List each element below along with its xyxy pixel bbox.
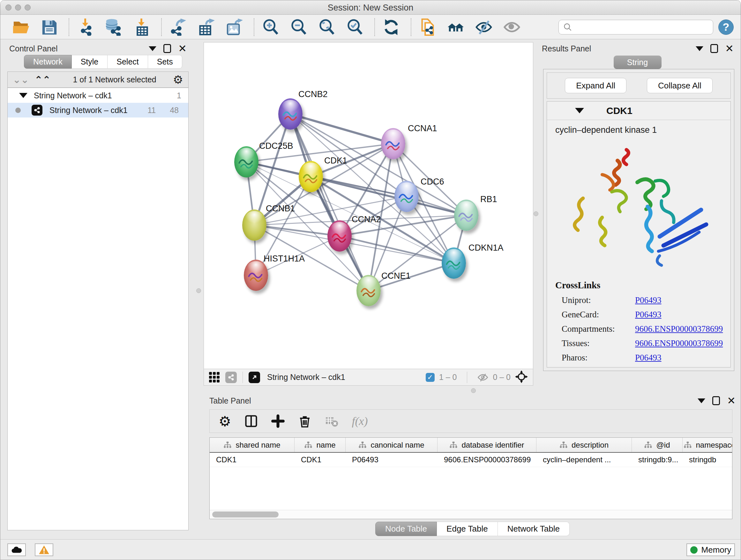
network-node-ccna2[interactable] <box>327 220 352 252</box>
tab-select[interactable]: Select <box>108 55 148 69</box>
refresh-network-button[interactable] <box>381 17 401 37</box>
hide-selected-button[interactable] <box>474 17 494 37</box>
crosslink-value[interactable]: P06493 <box>635 310 662 320</box>
network-node-ccnb1[interactable] <box>242 209 266 241</box>
crosslink-value[interactable]: 9606.ENSP00000378699 <box>635 338 723 348</box>
expand-all-tree-icon[interactable]: ⌄⌄ <box>13 75 29 84</box>
collapse-panel-icon[interactable] <box>697 398 705 403</box>
table-cell[interactable]: P06493 <box>346 453 437 467</box>
results-tab-string[interactable]: String <box>614 56 662 69</box>
crosslink-value[interactable]: P06493 <box>635 295 662 305</box>
network-node-rb1[interactable] <box>454 199 478 231</box>
crosslink-value[interactable]: P06493 <box>635 353 662 363</box>
open-session-button[interactable] <box>11 17 31 37</box>
search-input[interactable] <box>575 22 709 32</box>
tab-network-table[interactable]: Network Table <box>498 522 569 536</box>
bottom-splitter-handle[interactable] <box>471 388 476 393</box>
delete-table-icon[interactable] <box>325 415 338 428</box>
float-panel-icon[interactable] <box>163 44 171 53</box>
export-table-button[interactable] <box>196 17 216 37</box>
column-header-databaseidentifier[interactable]: database identifier <box>437 438 536 452</box>
zoom-fit-button[interactable] <box>317 17 337 37</box>
import-table-file-button[interactable] <box>132 17 151 37</box>
table-cell[interactable]: CDK1 <box>294 453 346 467</box>
close-panel-icon[interactable]: ✕ <box>178 44 187 54</box>
network-collection-row[interactable]: String Network – cdk1 1 <box>8 88 188 103</box>
left-splitter-handle[interactable] <box>196 288 201 293</box>
tab-node-table[interactable]: Node Table <box>375 522 437 536</box>
expand-all-button[interactable]: Expand All <box>565 78 626 93</box>
close-panel-icon[interactable]: ✕ <box>725 44 734 54</box>
new-network-from-selection-button[interactable] <box>418 17 437 37</box>
column-header-name[interactable]: name <box>294 438 346 452</box>
network-canvas[interactable]: CCNB2CCNA1CDC25BCDK1CDC6RB1CCNB1CCNA2CDK… <box>204 42 533 369</box>
table-row[interactable]: CDK1CDK1P064939606.ENSP00000378699cyclin… <box>210 453 732 467</box>
network-node-ccnb2[interactable] <box>278 98 302 130</box>
add-column-icon[interactable] <box>271 415 285 428</box>
column-header-description[interactable]: description <box>536 438 632 452</box>
birdseye-view-icon[interactable] <box>515 370 528 384</box>
table-cell[interactable]: cyclin–dependent ... <box>536 453 632 467</box>
horizontal-scrollbar[interactable] <box>210 510 732 519</box>
network-node-hist1h1a[interactable] <box>244 260 268 291</box>
detach-view-icon[interactable] <box>249 372 260 383</box>
zoom-in-button[interactable] <box>261 17 280 37</box>
memory-button[interactable]: Memory <box>686 543 735 556</box>
selected-nodes-checkbox[interactable]: ✓ <box>426 373 434 382</box>
network-row[interactable]: String Network – cdk1 11 48 <box>8 103 188 118</box>
column-header-namespace[interactable]: namespace <box>683 438 732 452</box>
scrollbar-thumb[interactable] <box>212 511 279 517</box>
column-header-canonicalname[interactable]: canonical name <box>346 438 437 452</box>
save-session-button[interactable] <box>39 17 59 37</box>
table-cell[interactable]: stringdb <box>683 453 732 467</box>
cloud-status-button[interactable] <box>7 543 26 556</box>
collapse-panel-icon[interactable] <box>696 46 703 51</box>
collapse-all-button[interactable]: Collapse All <box>647 78 713 93</box>
table-settings-gear-icon[interactable]: ⚙ <box>219 413 231 429</box>
show-all-button[interactable] <box>502 17 522 37</box>
network-node-cdc6[interactable] <box>394 181 419 212</box>
help-button[interactable]: ? <box>718 19 734 35</box>
warnings-button[interactable] <box>35 543 53 556</box>
gene-section-header[interactable]: CDK1 <box>547 102 731 120</box>
import-network-database-button[interactable] <box>104 17 124 37</box>
table-cell[interactable]: CDK1 <box>210 453 294 467</box>
column-header-sharedname[interactable]: shared name <box>210 438 294 452</box>
table-cell[interactable]: 9606.ENSP00000378699 <box>437 453 536 467</box>
network-node-cdk1[interactable] <box>299 161 323 192</box>
network-options-gear-icon[interactable]: ⚙ <box>173 74 183 85</box>
network-edge[interactable] <box>340 236 454 263</box>
column-header-id[interactable]: @id <box>632 438 683 452</box>
table-cell[interactable]: stringdb:9... <box>632 453 683 467</box>
network-node-ccna1[interactable] <box>381 128 405 159</box>
import-network-file-button[interactable] <box>76 17 95 37</box>
show-columns-icon[interactable] <box>245 415 258 428</box>
tab-network[interactable]: Network <box>24 55 72 69</box>
zoom-out-button[interactable] <box>289 17 309 37</box>
collapse-all-tree-icon[interactable]: ⌃⌃ <box>35 75 51 84</box>
collapse-panel-icon[interactable] <box>149 46 156 51</box>
network-node-cdkn1a[interactable] <box>442 247 466 279</box>
zoom-selected-button[interactable] <box>345 17 365 37</box>
collection-expand-icon[interactable] <box>19 93 27 98</box>
delete-column-icon[interactable] <box>298 415 312 428</box>
first-neighbors-button[interactable] <box>446 17 466 37</box>
network-view-icon[interactable] <box>225 372 237 383</box>
function-builder-icon[interactable]: f(x) <box>352 415 367 428</box>
export-image-button[interactable] <box>224 17 244 37</box>
tab-style[interactable]: Style <box>72 55 108 69</box>
global-search-field[interactable] <box>558 20 713 35</box>
tab-sets[interactable]: Sets <box>148 55 182 69</box>
float-panel-icon[interactable] <box>711 44 718 53</box>
network-node-ccne1[interactable] <box>356 275 381 306</box>
network-edge[interactable] <box>254 225 340 236</box>
tab-edge-table[interactable]: Edge Table <box>437 522 498 536</box>
gene-expand-icon[interactable] <box>575 108 584 113</box>
network-edge[interactable] <box>290 114 393 144</box>
crosslink-value[interactable]: 9606.ENSP00000378699 <box>635 324 723 334</box>
float-panel-icon[interactable] <box>712 396 720 405</box>
export-network-button[interactable] <box>168 17 188 37</box>
grid-view-icon[interactable] <box>209 372 219 382</box>
network-node-cdc25b[interactable] <box>234 146 259 178</box>
close-panel-icon[interactable]: ✕ <box>727 395 736 406</box>
